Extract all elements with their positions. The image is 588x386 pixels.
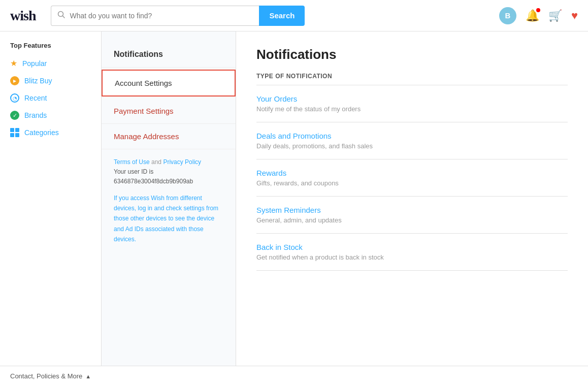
notif-desc-back-in-stock: Get notified when a product is back in s… bbox=[256, 253, 568, 261]
terms-link[interactable]: Terms of Use bbox=[114, 158, 150, 166]
notif-title-your-orders[interactable]: Your Orders bbox=[256, 94, 568, 103]
sidebar-item-label-recent: Recent bbox=[24, 94, 47, 102]
categories-icon bbox=[10, 128, 19, 137]
type-of-notification-label: TYPE OF NOTIFICATION bbox=[256, 73, 568, 85]
sidebar-item-label-categories: Categories bbox=[24, 128, 59, 137]
wishlist-icon[interactable]: ♥ bbox=[571, 9, 578, 22]
chevron-up-icon: ▲ bbox=[85, 373, 91, 379]
notif-desc-your-orders: Notify me of the status of my orders bbox=[256, 105, 568, 113]
mid-item-account-settings[interactable]: Account Settings bbox=[102, 70, 236, 96]
notif-title-rewards[interactable]: Rewards bbox=[256, 169, 568, 177]
bell-icon-wrap[interactable]: 🔔 bbox=[526, 9, 539, 22]
recent-icon bbox=[10, 93, 19, 103]
footer[interactable]: Contact, Policies & More ▲ bbox=[0, 366, 588, 386]
notif-item-system: System Reminders General, admin, and upd… bbox=[256, 197, 568, 234]
mid-item-payment-settings[interactable]: Payment Settings bbox=[102, 99, 236, 124]
privacy-link[interactable]: Privacy Policy bbox=[163, 158, 201, 166]
blitz-icon bbox=[10, 76, 19, 85]
sidebar-item-label-popular: Popular bbox=[22, 59, 47, 68]
notification-dot bbox=[536, 8, 540, 12]
device-note: If you access Wish from different device… bbox=[114, 193, 223, 245]
header: wish Search B 🔔 🛒 ♥ bbox=[0, 0, 588, 31]
sidebar-item-recent[interactable]: Recent bbox=[0, 89, 101, 107]
search-icon bbox=[57, 11, 66, 20]
brands-icon bbox=[10, 111, 19, 120]
search-container: Search bbox=[51, 6, 305, 26]
user-id-text: Your user ID is 6346878e3004f8dcb9b909ab bbox=[114, 168, 193, 185]
notif-desc-system: General, admin, and updates bbox=[256, 216, 568, 224]
svg-line-1 bbox=[63, 16, 65, 18]
notif-title-system[interactable]: System Reminders bbox=[256, 206, 568, 214]
sidebar-item-label-blitz: Blitz Buy bbox=[24, 77, 52, 85]
avatar[interactable]: B bbox=[499, 7, 516, 24]
search-input-wrap bbox=[51, 6, 259, 26]
main-layout: Top Features ★ Popular Blitz Buy Recent … bbox=[0, 31, 588, 366]
notif-item-your-orders: Your Orders Notify me of the status of m… bbox=[256, 85, 568, 122]
sidebar-item-brands[interactable]: Brands bbox=[0, 107, 101, 124]
search-button[interactable]: Search bbox=[259, 6, 305, 26]
notif-title-deals[interactable]: Deals and Promotions bbox=[256, 132, 568, 140]
search-input[interactable] bbox=[70, 12, 253, 20]
mid-item-notifications[interactable]: Notifications bbox=[102, 42, 236, 68]
sidebar-item-popular[interactable]: ★ Popular bbox=[0, 54, 101, 72]
main-content: Notifications TYPE OF NOTIFICATION Your … bbox=[236, 31, 588, 366]
footer-label: Contact, Policies & More bbox=[10, 372, 82, 380]
notif-item-back-in-stock: Back in Stock Get notified when a produc… bbox=[256, 234, 568, 271]
notif-item-deals: Deals and Promotions Daily deals, promot… bbox=[256, 122, 568, 159]
sidebar-item-label-brands: Brands bbox=[24, 111, 47, 119]
notif-title-back-in-stock[interactable]: Back in Stock bbox=[256, 243, 568, 251]
mid-item-manage-addresses[interactable]: Manage Addresses bbox=[102, 124, 236, 149]
notif-desc-deals: Daily deals, promotions, and flash sales bbox=[256, 142, 568, 150]
sidebar-item-categories[interactable]: Categories bbox=[0, 124, 101, 141]
notif-desc-rewards: Gifts, rewards, and coupons bbox=[256, 179, 568, 187]
page-title: Notifications bbox=[256, 47, 568, 62]
notif-item-rewards: Rewards Gifts, rewards, and coupons bbox=[256, 159, 568, 197]
sidebar-mid: Notifications Account Settings Payment S… bbox=[102, 31, 236, 366]
header-icons: B 🔔 🛒 ♥ bbox=[499, 7, 578, 24]
cart-icon[interactable]: 🛒 bbox=[548, 9, 562, 22]
logo[interactable]: wish bbox=[10, 8, 36, 24]
star-icon: ★ bbox=[10, 58, 17, 68]
sidebar-left: Top Features ★ Popular Blitz Buy Recent … bbox=[0, 31, 102, 366]
sidebar-section-title: Top Features bbox=[0, 42, 101, 54]
mid-meta: Terms of Use and Privacy Policy Your use… bbox=[102, 149, 236, 253]
sidebar-item-blitz-buy[interactable]: Blitz Buy bbox=[0, 72, 101, 89]
